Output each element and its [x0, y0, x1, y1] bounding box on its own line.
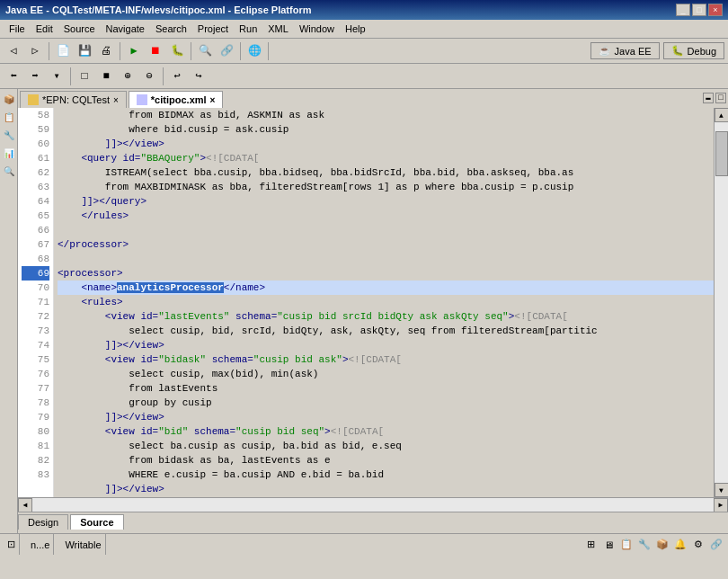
toolbar2-sep-2 — [163, 67, 164, 85]
vscroll-thumb[interactable] — [715, 131, 728, 176]
toolbar2-btn8[interactable]: ↪ — [189, 67, 209, 86]
status-item-writable: Writable — [61, 534, 105, 555]
vscroll-track[interactable] — [715, 122, 729, 483]
toolbar-row-2: ⬅ ➡ ▾ □ ■ ⊕ ⊖ ↩ ↪ — [0, 64, 728, 89]
toolbar-run-btn[interactable]: ▶ — [124, 41, 144, 61]
code-line-69: <processor> — [58, 266, 714, 281]
sidebar-icon-2[interactable]: 📋 — [2, 111, 16, 125]
editor-content[interactable]: 58 59 60 61 62 63 64 65 66 67 68 69 70 7… — [18, 108, 728, 497]
line-num-75: 75 — [22, 352, 49, 367]
toolbar2-btn5[interactable]: ⊕ — [118, 67, 138, 86]
window-controls[interactable]: _ □ × — [676, 4, 723, 16]
status-icon-4[interactable]: 🔧 — [636, 537, 653, 553]
sidebar-icon-5[interactable]: 🔍 — [2, 165, 16, 179]
status-icon-5[interactable]: 📦 — [654, 537, 670, 553]
toolbar-new-btn[interactable]: 📄 — [53, 41, 73, 61]
close-button[interactable]: × — [708, 4, 723, 16]
menu-file[interactable]: File — [4, 22, 31, 36]
toolbar-forward-btn[interactable]: ▷ — [25, 41, 45, 61]
hscroll-track[interactable] — [32, 498, 714, 512]
line-num-80: 80 — [22, 424, 49, 439]
code-line-74: <view id="bidask" schema="cusip bid ask"… — [58, 352, 714, 367]
java-ee-perspective-btn[interactable]: ☕ Java EE — [590, 42, 660, 59]
horizontal-scrollbar[interactable]: ◀ ▶ — [18, 497, 728, 512]
status-icon-2[interactable]: 🖥 — [600, 537, 617, 553]
maximize-button[interactable]: □ — [692, 4, 706, 16]
sidebar-icon-3[interactable]: 🔧 — [2, 129, 16, 143]
code-line-79: <view id="bid" schema="cusip bid seq"><!… — [58, 424, 714, 439]
toolbar2-btn4[interactable]: ■ — [96, 67, 116, 86]
toolbar-sep-1 — [49, 42, 49, 60]
toolbar2-nav-fwd[interactable]: ➡ — [25, 67, 45, 86]
tab-epn-cqltest[interactable]: *EPN: CQLTest × — [20, 91, 127, 108]
line-num-58: 58 — [22, 108, 49, 122]
vertical-scrollbar[interactable]: ▲ ▼ — [714, 108, 728, 497]
menu-xml[interactable]: XML — [262, 22, 294, 36]
menu-window[interactable]: Window — [294, 22, 340, 36]
xml-tab-icon — [137, 94, 147, 105]
hscroll-right-btn[interactable]: ▶ — [714, 498, 728, 512]
toolbar-sep-2 — [120, 42, 120, 60]
tab-citipoc-xml[interactable]: *citipoc.xml × — [129, 91, 224, 108]
toolbar-debug-btn[interactable]: 🐛 — [167, 41, 187, 61]
toolbar2-nav-back[interactable]: ⬅ — [4, 67, 23, 86]
code-line-66 — [58, 223, 714, 237]
code-line-76: from lastEvents — [58, 381, 714, 396]
line-num-72: 72 — [22, 309, 49, 324]
menu-project[interactable]: Project — [192, 22, 234, 36]
toolbar2-btn6[interactable]: ⊖ — [139, 67, 159, 86]
menu-edit[interactable]: Edit — [31, 22, 58, 36]
code-area[interactable]: from BIDMAX as bid, ASKMIN as ask where … — [54, 108, 714, 497]
code-line-58: from BIDMAX as bid, ASKMIN as ask — [58, 108, 714, 122]
toolbar2-dropdown[interactable]: ▾ — [47, 67, 67, 86]
panel-controls: ▬ □ — [703, 93, 726, 103]
epn-tab-close[interactable]: × — [113, 95, 119, 105]
status-icon-6[interactable]: 🔔 — [672, 537, 688, 553]
vscroll-up-btn[interactable]: ▲ — [715, 108, 729, 122]
line-num-61: 61 — [22, 151, 49, 165]
panel-minimize-btn[interactable]: ▬ — [703, 93, 714, 103]
code-line-80: select ba.cusip as cusip, ba.bid as bid,… — [58, 439, 714, 453]
status-icon-8[interactable]: 🔗 — [708, 537, 724, 553]
line-num-74: 74 — [22, 338, 49, 352]
menu-source[interactable]: Source — [58, 22, 101, 36]
status-icon-3[interactable]: 📋 — [618, 537, 635, 553]
design-tab-label: Design — [28, 517, 58, 528]
menu-run[interactable]: Run — [234, 22, 262, 36]
toolbar-stop-btn[interactable]: ⏹ — [146, 41, 165, 61]
vscroll-down-btn[interactable]: ▼ — [715, 483, 729, 497]
toolbar-save-btn[interactable]: 💾 — [75, 41, 94, 61]
hscroll-left-btn[interactable]: ◀ — [18, 498, 32, 512]
code-line-64: ]]></query> — [58, 194, 714, 209]
toolbar2-btn7[interactable]: ↩ — [167, 67, 187, 86]
source-tab[interactable]: Source — [70, 514, 123, 530]
code-line-62: ISTREAM(select bba.cusip, bba.bidseq, bb… — [58, 165, 714, 180]
xml-tab-close[interactable]: × — [210, 95, 216, 105]
toolbar2-btn3[interactable]: □ — [75, 67, 94, 86]
status-item-name: n...e — [27, 534, 54, 555]
status-icon-1[interactable]: ⊞ — [582, 537, 599, 553]
java-ee-icon: ☕ — [599, 45, 611, 57]
menu-search[interactable]: Search — [150, 22, 192, 36]
toolbar-refs-btn[interactable]: 🔗 — [217, 41, 236, 61]
window-title: Java EE - CQLTest/META-INF/wlevs/citipoc… — [5, 4, 311, 15]
toolbar-back-btn[interactable]: ◁ — [4, 41, 23, 61]
sidebar-icon-4[interactable]: 📊 — [2, 147, 16, 161]
line-num-62: 62 — [22, 165, 49, 180]
toolbar2-sep-1 — [70, 67, 71, 85]
panel-maximize-btn[interactable]: □ — [715, 93, 726, 103]
menu-navigate[interactable]: Navigate — [101, 22, 150, 36]
minimize-button[interactable]: _ — [676, 4, 690, 16]
code-line-82: WHERE e.cusip = ba.cusip AND e.bid = ba.… — [58, 468, 714, 482]
toolbar-print-btn[interactable]: 🖨 — [96, 41, 116, 61]
menu-help[interactable]: Help — [340, 22, 371, 36]
design-tab[interactable]: Design — [18, 514, 68, 530]
sidebar-icon-1[interactable]: 📦 — [2, 93, 16, 107]
toolbar-globe-btn[interactable]: 🌐 — [244, 41, 264, 61]
code-line-67: </processor> — [58, 237, 714, 252]
status-icon-7[interactable]: ⚙ — [690, 537, 706, 553]
line-num-81: 81 — [22, 439, 49, 453]
debug-perspective-btn[interactable]: 🐛 Debug — [663, 42, 724, 59]
bottom-tabs: Design Source — [18, 512, 728, 533]
toolbar-search-btn[interactable]: 🔍 — [195, 41, 215, 61]
